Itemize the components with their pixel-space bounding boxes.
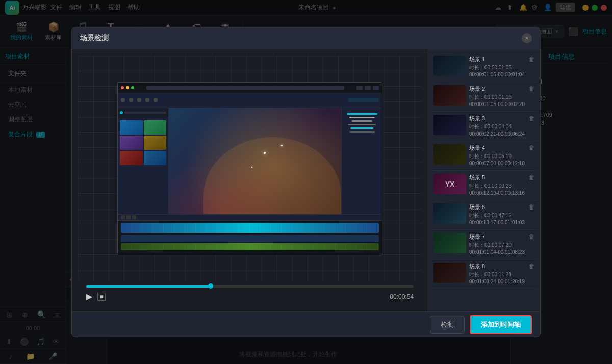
scene-detection-modal: 场景检测 × — [71, 27, 541, 337]
scene-duration-7: 时长：00:00:07:20 — [469, 242, 526, 249]
prev-tl-i2 — [126, 215, 131, 219]
prev-tl-toolbar — [118, 215, 382, 221]
modal-preview: ▶ ■ 00:00:54 — [72, 49, 428, 311]
scene-delete-5[interactable]: 🗑 — [529, 174, 535, 181]
scene-delete-6[interactable]: 🗑 — [529, 203, 535, 211]
prev-tool-5 — [154, 98, 158, 102]
prev-thumb-4 — [144, 136, 167, 150]
modal-overlay: 场景检测 × — [0, 0, 612, 364]
prev-tl-track-2 — [121, 235, 379, 242]
scene-range-1: 00:00:01:05-00:00:01:04 — [469, 71, 526, 79]
add-to-timeline-button[interactable]: 添加到时间轴 — [470, 315, 532, 334]
prev-slider-1 — [347, 113, 377, 115]
scene-item-8[interactable]: 场景 8时长：00:00:11:2100:01:08:24-00:01:20:1… — [431, 259, 537, 289]
scene-delete-4[interactable]: 🗑 — [529, 144, 535, 151]
prev-ctrl-1 — [356, 86, 363, 90]
scene-info-7: 场景 7时长：00:00:07:2000:01:01:04-00:01:08:2… — [469, 233, 526, 256]
scene-delete-1[interactable]: 🗑 — [529, 56, 535, 63]
prev-slider-2 — [349, 117, 375, 118]
scene-item-2[interactable]: 场景 2时长：00:00:01:1600:00:01:05-00:00:02:2… — [431, 82, 537, 112]
prev-slider-4 — [348, 124, 376, 125]
prev-tl-track-3 — [121, 243, 379, 250]
scene-thumb-8 — [434, 263, 466, 283]
scene-thumb-6 — [434, 203, 466, 224]
modal-close-btn[interactable]: × — [522, 33, 532, 43]
scene-range-6: 00:00:13:17-00:01:01:03 — [469, 219, 526, 226]
preview-app-bar — [118, 83, 382, 93]
prev-thumb-6 — [144, 151, 167, 165]
scene-duration-2: 时长：00:00:01:16 — [469, 94, 526, 101]
sparkle-3 — [251, 167, 252, 168]
prev-panel-bar — [124, 112, 166, 114]
scene-duration-5: 时长：00:00:00:23 — [469, 183, 526, 190]
scene-delete-2[interactable]: 🗑 — [529, 85, 535, 92]
scene-range-5: 00:00:12:19-00:00:13:16 — [469, 190, 526, 197]
stop-button[interactable]: ■ — [97, 293, 106, 301]
scene-info-4: 场景 4时长：00:00:05:1900:00:07:00-00:00:12:1… — [469, 144, 526, 167]
prev-thumb-1 — [120, 120, 143, 135]
modal-title: 场景检测 — [80, 34, 109, 43]
scene-delete-7[interactable]: 🗑 — [529, 233, 535, 240]
playback-left: ▶ ■ — [86, 292, 106, 301]
modal-scene-list: 场景 1时长：00:00:01:0500:00:01:05-00:00:01:0… — [428, 49, 540, 311]
modal-controls: ▶ ■ 00:00:54 — [78, 281, 422, 305]
scene-item-7[interactable]: 场景 7时长：00:00:07:2000:01:01:04-00:01:08:2… — [431, 230, 537, 259]
scene-name-6: 场景 6 — [469, 203, 526, 211]
scene-info-3: 场景 3时长：00:00:04:0400:00:02:21-00:00:06:2… — [469, 115, 526, 138]
scene-name-5: 场景 5 — [469, 174, 526, 181]
prev-tl-icons — [121, 215, 136, 219]
play-button[interactable]: ▶ — [86, 292, 92, 301]
scene-thumb-5: YX — [434, 174, 466, 194]
scene-info-8: 场景 8时长：00:00:11:2100:01:08:24-00:01:20:1… — [469, 263, 526, 285]
scene-range-8: 00:01:08:24-00:01:20:19 — [469, 278, 526, 285]
scene-info-2: 场景 2时长：00:00:01:1600:00:01:05-00:00:02:2… — [469, 85, 526, 108]
scene-item-6[interactable]: 场景 6时长：00:00:47:1200:00:13:17-00:01:01:0… — [431, 200, 537, 230]
scene-delete-8[interactable]: 🗑 — [529, 263, 535, 270]
preview-toolbar-mini — [118, 93, 382, 108]
scene-range-7: 00:01:01:04-00:01:08:23 — [469, 249, 526, 256]
modal-body: ▶ ■ 00:00:54 场景 1时长：00:00:01:0500:00:01:… — [72, 49, 540, 311]
scene-item-1[interactable]: 场景 1时长：00:00:01:0500:00:01:05-00:00:01:0… — [431, 53, 537, 82]
scene-thumb-4 — [434, 144, 466, 165]
prev-thumb-2 — [144, 120, 167, 135]
prev-panel-dot — [120, 111, 123, 114]
scene-name-2: 场景 2 — [469, 85, 526, 93]
scene-info-1: 场景 1时长：00:00:01:0500:00:01:05-00:00:01:0… — [469, 56, 526, 79]
scene-thumb-3 — [434, 115, 466, 135]
scene-name-8: 场景 8 — [469, 263, 526, 270]
prev-tl-track-1 — [121, 223, 379, 233]
prev-max-dot — [131, 86, 134, 89]
preview-timeline-mini — [118, 214, 382, 255]
preview-grid — [78, 56, 422, 281]
prev-ctrl-3 — [373, 86, 379, 90]
progress-thumb — [208, 283, 213, 289]
prev-tool-2 — [129, 98, 133, 102]
preview-thumbs — [118, 118, 168, 167]
scene-range-2: 00:00:01:05-00:00:02:20 — [469, 101, 526, 108]
scene-duration-4: 时长：00:00:05:19 — [469, 153, 526, 160]
scene-duration-8: 时长：00:00:11:21 — [469, 271, 526, 278]
scene-thumb-7 — [434, 233, 466, 253]
scene-duration-6: 时长：00:00:47:12 — [469, 212, 526, 219]
scene-item-3[interactable]: 场景 3时长：00:00:04:0400:00:02:21-00:00:06:2… — [431, 112, 537, 141]
prev-slider-6 — [349, 131, 375, 133]
time-display: 00:00:54 — [390, 293, 414, 300]
scene-duration-1: 时长：00:00:01:05 — [469, 64, 526, 71]
prev-tl-i3 — [132, 215, 136, 219]
progress-fill — [86, 285, 211, 288]
prev-address-bar — [146, 86, 344, 90]
scene-delete-3[interactable]: 🗑 — [529, 115, 535, 122]
prev-ctrl-2 — [365, 86, 371, 90]
detect-button[interactable]: 检测 — [430, 316, 465, 334]
scene-info-6: 场景 6时长：00:00:47:1200:00:13:17-00:01:01:0… — [469, 203, 526, 226]
scene-duration-3: 时长：00:00:04:04 — [469, 123, 526, 131]
prev-tool-4 — [145, 98, 149, 102]
prev-tool-right — [348, 98, 379, 102]
scene-range-3: 00:00:02:21-00:00:06:24 — [469, 131, 526, 138]
prev-panel-header — [118, 108, 168, 118]
scene-item-5[interactable]: YX场景 5时长：00:00:00:2300:00:12:19-00:00:13… — [431, 171, 537, 200]
preview-screen-inner — [118, 83, 382, 255]
progress-bar-container[interactable] — [86, 285, 414, 288]
scene-item-4[interactable]: 场景 4时长：00:00:05:1900:00:07:00-00:00:12:1… — [431, 141, 537, 171]
scene-range-4: 00:00:07:00-00:00:12:18 — [469, 160, 526, 167]
